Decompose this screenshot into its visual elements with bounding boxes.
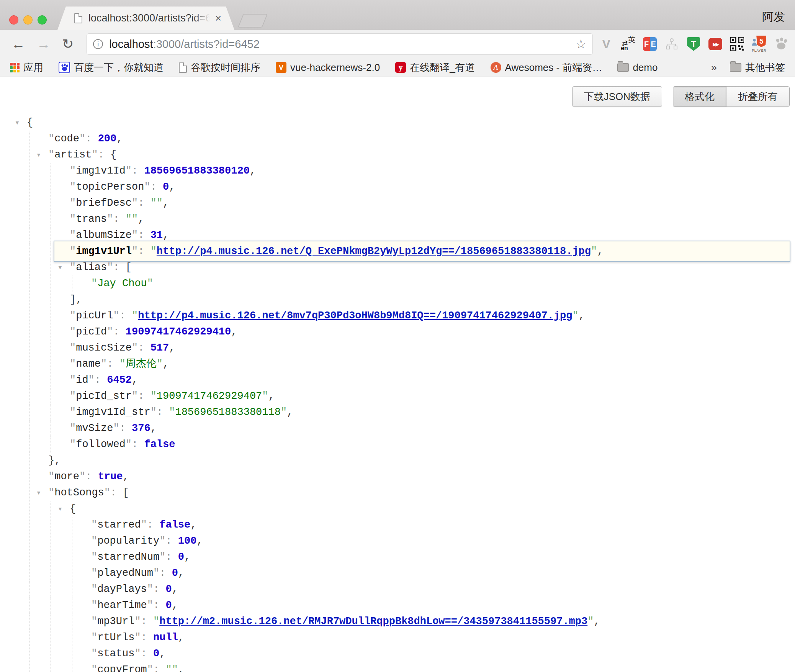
minimize-window-button[interactable]: [23, 15, 33, 25]
indent-guide: [72, 662, 72, 672]
profile-name[interactable]: 阿发: [762, 9, 785, 25]
json-key: followed: [76, 439, 126, 450]
indent-guide: [72, 629, 72, 646]
json-value: 0: [172, 567, 178, 579]
json-line: "playedNum": 0,: [0, 565, 795, 581]
json-key: code: [54, 133, 79, 144]
awesomes-icon: A: [491, 62, 501, 73]
json-line: "musicSize": 517,: [0, 340, 795, 356]
indent-guide: [29, 597, 29, 613]
bookmark-youdao-translate[interactable]: y 在线翻译_有道: [395, 61, 475, 74]
json-key: copyFrom: [97, 664, 147, 672]
indent-guide: [51, 292, 51, 308]
baidu-paw-icon: [59, 62, 70, 73]
json-string-value: 19097417462929407: [157, 390, 262, 402]
indent-guide: [72, 533, 72, 549]
indent-guide: [29, 324, 29, 340]
url-bar[interactable]: i localhost:3000/artists?id=6452 ☆: [87, 33, 593, 55]
indent-guide: [29, 581, 29, 597]
browser-window: localhost:3000/artists?id=645 × 阿发 ← → ↻…: [0, 0, 795, 672]
new-tab-button[interactable]: [238, 14, 268, 28]
other-bookmarks-folder[interactable]: 其他书签: [730, 61, 785, 74]
url-input[interactable]: localhost:3000/artists?id=6452: [109, 38, 575, 51]
indent-guide: [51, 662, 51, 672]
json-line: "mvSize": 376,: [0, 420, 795, 436]
json-value: 0: [163, 181, 169, 193]
indent-guide: [51, 179, 51, 195]
reload-button[interactable]: ↻: [62, 37, 74, 51]
json-value: 31: [150, 229, 163, 241]
back-button[interactable]: ←: [11, 37, 25, 51]
bookmarks-overflow-chevron[interactable]: »: [711, 61, 717, 74]
indent-guide: [72, 581, 72, 597]
forward-button[interactable]: →: [37, 37, 51, 51]
bookmark-google-sort[interactable]: 谷歌按时间排序: [179, 61, 260, 74]
site-info-icon[interactable]: i: [93, 39, 103, 49]
close-window-button[interactable]: [9, 15, 18, 25]
json-value: 200: [98, 133, 117, 144]
bookmark-star-icon[interactable]: ☆: [575, 37, 586, 51]
paw-extension-icon[interactable]: [774, 36, 788, 52]
json-link-value[interactable]: http://p4.music.126.net/8mv7qP30Pd3oHW8b…: [138, 310, 572, 321]
collapse-toggle-icon[interactable]: ▼: [57, 501, 63, 517]
zoom-window-button[interactable]: [38, 15, 47, 25]
indent-guide: [51, 340, 51, 356]
indent-guide: [51, 372, 51, 388]
json-value: false: [159, 519, 190, 531]
bookmark-awesomes[interactable]: A Awesomes - 前端资…: [491, 61, 602, 74]
json-link-value[interactable]: http://p4.music.126.net/Q_ExePNkmgB2yWyL…: [157, 246, 591, 257]
bookmark-baidu[interactable]: 百度一下，你就知道: [59, 61, 164, 74]
browser-tab[interactable]: localhost:3000/artists?id=645 ×: [57, 7, 234, 30]
indent-guide: [29, 372, 29, 388]
indent-guide: [29, 259, 29, 275]
indent-guide: [29, 131, 29, 147]
bookmark-vue-hackernews[interactable]: V vue-hackernews-2.0: [276, 62, 380, 74]
collapse-toggle-icon[interactable]: ▼: [36, 485, 41, 501]
fe-extension-icon[interactable]: FE: [643, 36, 657, 52]
translate-extension-icon[interactable]: 英 ⇄ en: [621, 36, 635, 52]
indent-guide: [51, 163, 51, 179]
indent-guide: [51, 613, 51, 629]
collapse-toggle-icon[interactable]: ▼: [57, 259, 63, 275]
indent-guide: [72, 275, 72, 292]
sitemap-extension-icon[interactable]: [664, 36, 679, 52]
qr-code-extension-icon[interactable]: [730, 36, 744, 52]
json-string-value: 18569651883380118: [175, 406, 280, 418]
folder-icon: [730, 63, 741, 72]
tab-close-icon[interactable]: ×: [215, 13, 221, 24]
json-link-value[interactable]: http://m2.music.126.net/RMJR7wDullRqppBk…: [159, 616, 587, 627]
bookmark-label: 在线翻译_有道: [410, 61, 475, 74]
indent-guide: [29, 420, 29, 436]
indent-guide: [29, 469, 29, 485]
bookmark-demo-folder[interactable]: demo: [617, 62, 658, 74]
indent-guide: [29, 356, 29, 372]
html5-player-extension-icon[interactable]: 5 PLAYER: [752, 36, 766, 52]
collapse-toggle-icon[interactable]: ▼: [36, 147, 41, 163]
tampermonkey-extension-icon[interactable]: T: [686, 36, 701, 52]
indent-guide: [29, 549, 29, 565]
view-mode-segmented-control: 格式化 折叠所有: [673, 86, 790, 107]
collapse-toggle-icon[interactable]: ▼: [15, 115, 20, 131]
json-key: rtUrls: [97, 632, 134, 643]
vue-devtools-extension-icon[interactable]: V: [599, 36, 613, 52]
json-key: hotSongs: [54, 487, 104, 498]
bookmark-label: demo: [633, 62, 658, 74]
download-json-button[interactable]: 下载JSON数据: [572, 86, 662, 107]
page-icon: [179, 62, 187, 73]
json-value: 6452: [107, 374, 132, 386]
video-downloader-extension-icon[interactable]: ▶▶: [708, 36, 723, 52]
indent-guide: [29, 452, 29, 469]
json-key: picUrl: [76, 310, 113, 321]
url-path: :3000/artists?id=6452: [153, 38, 260, 50]
collapse-all-button[interactable]: 折叠所有: [726, 87, 789, 107]
json-line: ],: [0, 292, 795, 308]
json-key: briefDesc: [76, 197, 132, 209]
indent-guide: [29, 646, 29, 662]
json-line: "rtUrls": null,: [0, 629, 795, 646]
bookmark-apps[interactable]: 应用: [10, 61, 43, 74]
json-line: ▼"artist": {: [0, 147, 795, 163]
format-button[interactable]: 格式化: [673, 87, 726, 107]
json-key: picId: [76, 326, 107, 338]
json-key: topicPerson: [76, 181, 144, 193]
indent-guide: [51, 501, 51, 517]
